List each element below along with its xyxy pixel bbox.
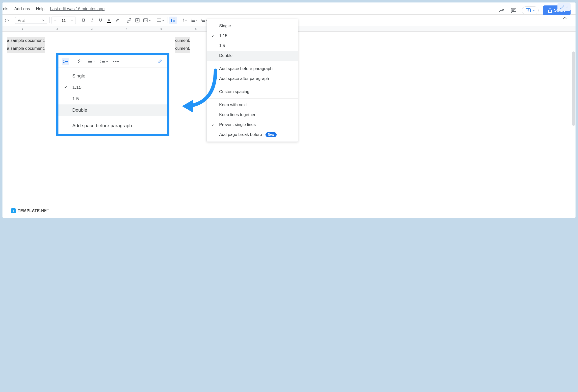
text-line[interactable]: a sample document. (7, 44, 45, 52)
line-spacing-icon[interactable] (62, 58, 69, 65)
menu-addons[interactable]: Add-ons (14, 5, 30, 12)
divider (73, 58, 73, 64)
edit-icon[interactable] (156, 58, 163, 65)
bullet-list-icon[interactable] (87, 58, 96, 65)
svg-point-27 (88, 61, 89, 62)
numbered-list-icon[interactable]: 12 (99, 58, 109, 65)
divider (167, 17, 167, 23)
line-spacing-button[interactable] (169, 17, 177, 24)
divider (207, 98, 298, 98)
menu-option-single[interactable]: Single (58, 70, 167, 82)
collapse-toolbar-button[interactable] (561, 14, 569, 22)
menu-option-space-before[interactable]: Add space before paragraph (58, 120, 167, 131)
menu-option-15[interactable]: 1.5 (58, 93, 167, 104)
divider (207, 62, 298, 62)
line-spacing-dropdown: Single ✓1.15 1.5 Double Add space before… (206, 19, 298, 142)
divider (123, 17, 123, 23)
callout-menu: Single ✓1.15 1.5 Double Add space before… (58, 68, 167, 134)
text-line[interactable]: cument. (175, 37, 190, 44)
svg-point-13 (191, 20, 192, 21)
last-edit-link[interactable]: Last edit was 16 minutes ago (50, 6, 104, 11)
divider (154, 17, 154, 23)
text-color-button[interactable]: A (105, 17, 113, 24)
font-size-control: − 11 + (51, 17, 76, 24)
watermark-text: TEMPLATE (18, 209, 40, 213)
dropdown-space-before[interactable]: Add space before paragraph (207, 64, 298, 74)
font-dropdown[interactable]: Arial (15, 17, 47, 24)
text-line[interactable]: cument. (175, 44, 190, 52)
dropdown-option-115[interactable]: ✓1.15 (207, 31, 298, 41)
menu-bar: ols Add-ons Help Last edit was 16 minute… (2, 2, 576, 14)
divider (49, 17, 49, 23)
font-size-increase[interactable]: + (69, 17, 76, 24)
checklist-icon[interactable] (77, 58, 84, 65)
app-window: ols Add-ons Help Last edit was 16 minute… (2, 2, 576, 218)
new-badge: New (265, 132, 277, 137)
present-button[interactable] (522, 6, 539, 14)
svg-text:2: 2 (100, 61, 101, 63)
bullet-list-button[interactable] (190, 17, 199, 24)
text-line[interactable]: a sample document. (7, 37, 45, 44)
highlight-button[interactable] (114, 17, 121, 24)
menu-option-115[interactable]: ✓1.15 (58, 82, 167, 93)
align-button[interactable] (156, 17, 165, 24)
template-logo-icon: T (11, 208, 16, 213)
check-icon: ✓ (211, 123, 214, 127)
divider (179, 17, 179, 23)
menu-option-double[interactable]: Double (58, 104, 167, 116)
editing-mode-button[interactable] (557, 3, 571, 11)
link-button[interactable] (125, 17, 133, 24)
underline-button[interactable]: U (97, 17, 104, 24)
scrollbar-thumb[interactable] (572, 51, 575, 126)
dropdown-keep-lines[interactable]: Keep lines together (207, 110, 298, 120)
svg-point-14 (191, 21, 192, 22)
watermark: T TEMPLATE.NET (11, 208, 49, 213)
italic-button[interactable]: I (88, 17, 96, 24)
callout-toolbar: 12 ••• (58, 55, 167, 68)
trend-icon[interactable] (498, 7, 505, 14)
menu-help[interactable]: Help (35, 5, 45, 12)
dropdown-option-double[interactable]: Double (207, 51, 298, 61)
divider (78, 17, 78, 23)
svg-point-26 (88, 60, 89, 60)
dropdown-prevent-single[interactable]: ✓Prevent single lines (207, 120, 298, 130)
comment-icon[interactable] (510, 7, 517, 14)
dropdown-page-break[interactable]: Add page break beforeNew (207, 130, 298, 140)
svg-point-5 (144, 20, 145, 20)
bold-button[interactable]: B (80, 17, 87, 24)
callout-box: 12 ••• Single ✓1.15 1.5 Double Add space… (56, 53, 169, 136)
menu-tools[interactable]: ols (2, 5, 9, 12)
font-size-value[interactable]: 11 (59, 18, 69, 23)
check-icon: ✓ (64, 85, 67, 90)
check-icon: ✓ (211, 34, 214, 38)
image-button[interactable] (142, 17, 152, 24)
style-dropdown[interactable]: t (3, 17, 11, 24)
dropdown-custom-spacing[interactable]: Custom spacing (207, 87, 298, 97)
comment-add-button[interactable] (134, 17, 141, 24)
font-size-decrease[interactable]: − (52, 17, 59, 24)
svg-point-12 (191, 19, 192, 20)
checklist-button[interactable] (181, 17, 189, 24)
divider (13, 17, 13, 23)
document-area[interactable]: a sample document. cument. a sample docu… (2, 32, 576, 205)
divider (207, 85, 298, 85)
dropdown-keep-next[interactable]: Keep with next (207, 100, 298, 110)
dropdown-option-single[interactable]: Single (207, 21, 298, 31)
svg-point-28 (88, 62, 89, 63)
dropdown-option-15[interactable]: 1.5 (207, 41, 298, 51)
dropdown-space-after[interactable]: Add space after paragraph (207, 74, 298, 84)
divider (63, 118, 162, 118)
svg-text:2: 2 (201, 20, 202, 21)
watermark-net: .NET (40, 209, 49, 213)
more-icon[interactable]: ••• (112, 58, 120, 65)
